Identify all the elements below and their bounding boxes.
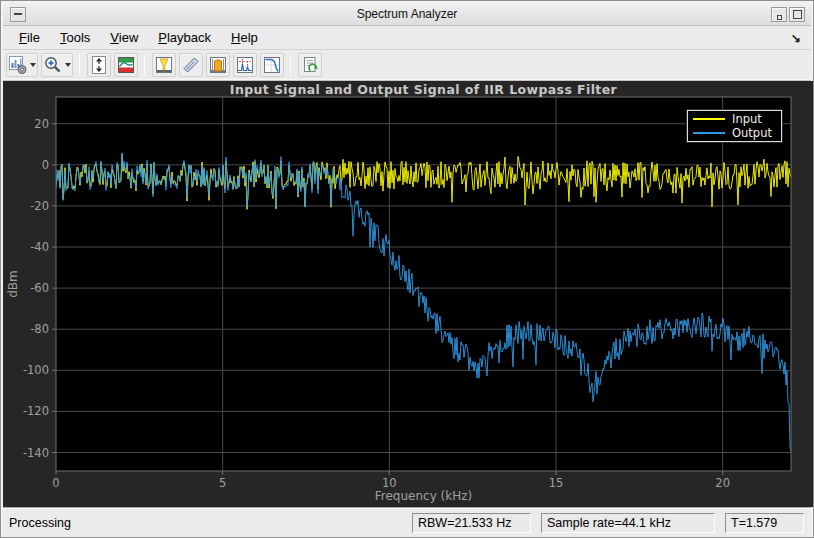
playback-settings-button[interactable] bbox=[298, 53, 322, 77]
svg-text:0: 0 bbox=[42, 158, 49, 172]
maximize-icon bbox=[793, 10, 802, 19]
svg-text:Input Signal and Output Signal: Input Signal and Output Signal of IIR Lo… bbox=[230, 82, 618, 97]
maximize-button[interactable] bbox=[789, 7, 805, 22]
playback-settings-icon bbox=[300, 55, 320, 75]
svg-text:5: 5 bbox=[219, 476, 226, 490]
window-title: Spectrum Analyzer bbox=[3, 7, 811, 21]
menu-help[interactable]: Help bbox=[223, 27, 266, 48]
legend-label-output: Output bbox=[732, 126, 772, 140]
fit-to-view-button[interactable] bbox=[87, 53, 111, 77]
spectrogram-button[interactable] bbox=[114, 53, 138, 77]
svg-text:10: 10 bbox=[382, 476, 397, 490]
svg-text:-120: -120 bbox=[23, 404, 49, 418]
spectrum-chart[interactable]: 05101520200-20-40-60-80-100-120-140Input… bbox=[3, 81, 813, 507]
svg-text:-140: -140 bbox=[23, 446, 49, 460]
spectrogram-icon bbox=[116, 55, 136, 75]
menu-overflow-arrow-icon[interactable]: ↘ bbox=[791, 31, 801, 45]
svg-text:-20: -20 bbox=[30, 199, 49, 213]
sample-rate-status-panel: Sample rate=44.1 kHz bbox=[541, 513, 715, 533]
spectrum-settings-dropdown-icon[interactable] bbox=[30, 63, 36, 67]
distortion-measurements-icon bbox=[235, 55, 255, 75]
zoom-in-icon bbox=[43, 55, 63, 75]
menu-playback[interactable]: Playback bbox=[150, 27, 219, 48]
signal-statistics-button[interactable] bbox=[179, 53, 203, 77]
toolbar-separator bbox=[144, 54, 145, 76]
svg-text:-80: -80 bbox=[30, 322, 49, 336]
svg-text:dBm: dBm bbox=[6, 270, 20, 298]
rbw-status-panel: RBW=21.533 Hz bbox=[412, 513, 531, 533]
chart-area[interactable]: 05101520200-20-40-60-80-100-120-140Input… bbox=[3, 81, 813, 511]
svg-text:0: 0 bbox=[52, 476, 59, 490]
channel-measurements-icon bbox=[208, 55, 228, 75]
distortion-measurements-button[interactable] bbox=[233, 53, 257, 77]
svg-text:15: 15 bbox=[549, 476, 564, 490]
toolbar-separator bbox=[79, 54, 80, 76]
spectrum-settings-button[interactable] bbox=[6, 53, 38, 77]
ccdf-measurements-icon bbox=[262, 55, 282, 75]
time-status-panel: T=1.579 bbox=[725, 513, 804, 533]
svg-text:-100: -100 bbox=[23, 363, 49, 377]
svg-text:Frequency (kHz): Frequency (kHz) bbox=[375, 489, 472, 503]
legend-entry-output: Output bbox=[688, 126, 781, 140]
menu-tools[interactable]: Tools bbox=[52, 27, 98, 48]
cursor-measurements-button[interactable] bbox=[152, 53, 176, 77]
ccdf-measurements-button[interactable] bbox=[260, 53, 284, 77]
signal-statistics-icon bbox=[181, 55, 201, 75]
channel-measurements-button[interactable] bbox=[206, 53, 230, 77]
legend-entry-input: Input bbox=[688, 112, 781, 126]
toolbar bbox=[3, 50, 811, 81]
legend-label-input: Input bbox=[732, 112, 762, 126]
legend[interactable]: Input Output bbox=[687, 110, 782, 142]
status-message: Processing bbox=[3, 516, 412, 530]
cursor-measurements-icon bbox=[154, 55, 174, 75]
svg-text:20: 20 bbox=[715, 476, 730, 490]
minimize-icon bbox=[777, 15, 782, 20]
svg-text:20: 20 bbox=[34, 117, 49, 131]
svg-text:-60: -60 bbox=[30, 281, 49, 295]
zoom-in-button[interactable] bbox=[41, 53, 73, 77]
toolbar-separator bbox=[290, 54, 291, 76]
minimize-button[interactable] bbox=[771, 7, 787, 22]
title-bar[interactable]: Spectrum Analyzer bbox=[3, 3, 811, 26]
input-line-swatch bbox=[693, 118, 725, 120]
spectrum-settings-icon bbox=[8, 55, 28, 75]
spectrum-analyzer-window: Spectrum Analyzer File Tools View Playba… bbox=[0, 0, 814, 538]
zoom-dropdown-icon[interactable] bbox=[65, 63, 71, 67]
menu-view[interactable]: View bbox=[102, 27, 146, 48]
fit-to-view-icon bbox=[89, 55, 109, 75]
menu-bar: File Tools View Playback Help ↘ bbox=[3, 26, 811, 50]
status-bar: Processing RBW=21.533 Hz Sample rate=44.… bbox=[3, 507, 811, 537]
svg-text:-40: -40 bbox=[30, 240, 49, 254]
spectrum-plot-panel[interactable]: 05101520200-20-40-60-80-100-120-140Input… bbox=[3, 81, 813, 507]
menu-file[interactable]: File bbox=[11, 27, 48, 48]
output-line-swatch bbox=[693, 132, 725, 134]
